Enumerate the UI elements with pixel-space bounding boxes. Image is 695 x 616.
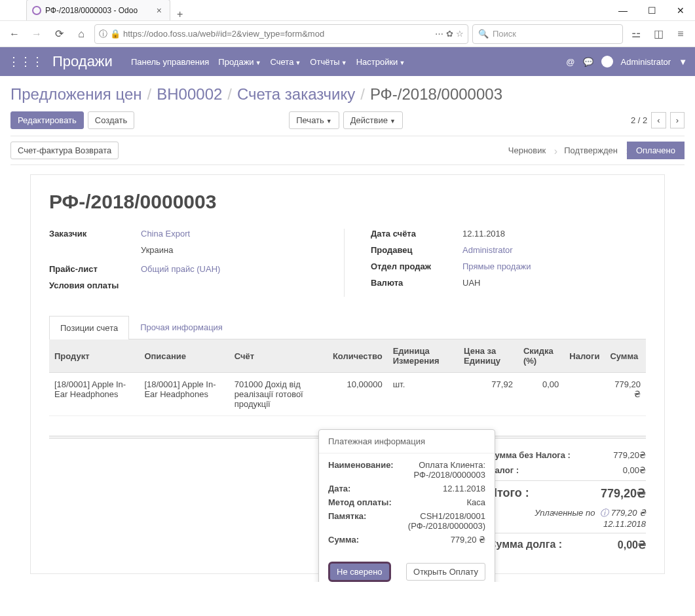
th-product: Продукт: [49, 339, 139, 373]
app-brand[interactable]: Продажи: [52, 53, 113, 70]
totals-box: Сумма без Налога :779,20₴ Налог :0,00₴ И…: [489, 448, 646, 554]
cell-total: 779,20 ₴: [605, 373, 646, 416]
debt-label: Сумма долга :: [489, 539, 562, 551]
status-draft[interactable]: Черновик: [499, 142, 555, 159]
minimize-icon[interactable]: —: [609, 1, 637, 20]
cell-tax: [564, 373, 605, 416]
reader-icon[interactable]: ✿: [446, 29, 453, 39]
totals-section: Платежная информация Наименование:Оплата…: [49, 436, 646, 554]
home-icon[interactable]: ⌂: [72, 25, 90, 43]
pager-next-icon[interactable]: ›: [670, 112, 685, 128]
edit-button[interactable]: Редактировать: [10, 111, 84, 129]
window-controls: — ☐ ✕: [609, 1, 695, 20]
pager-text: 2 / 2: [631, 115, 647, 125]
tab-lines[interactable]: Позиции счета: [49, 316, 129, 339]
th-account: Счёт: [229, 339, 328, 373]
breadcrumb-invoices[interactable]: Счета заказчику: [237, 85, 355, 104]
chat-icon[interactable]: 💬: [583, 57, 593, 67]
paid-date: 12.11.2018: [603, 519, 646, 529]
cell-account: 701000 Дохід від реалізації готової прод…: [229, 373, 328, 416]
cell-product: [18/0001] Apple In-Ear Headphones: [49, 373, 139, 416]
return-invoice-button[interactable]: Счет-фактура Возврата: [10, 142, 119, 159]
form-sheet: РФ-/2018/0000003 ЗаказчикChina Export Ук…: [30, 174, 665, 574]
status-confirmed[interactable]: Подтвержден: [555, 142, 627, 159]
sidebar-icon[interactable]: ◫: [649, 28, 667, 40]
info-icon[interactable]: ⓘ: [99, 28, 107, 40]
th-price: Цена за Единицу: [459, 339, 518, 373]
seller-link[interactable]: Administrator: [462, 245, 513, 255]
odoo-navbar: ⋮⋮⋮ Продажи Панель управления Продажи▼ С…: [0, 47, 695, 76]
tab-other[interactable]: Прочая информация: [129, 315, 234, 339]
customer-link[interactable]: China Export: [141, 229, 190, 239]
paid-label: Уплаченные по: [535, 508, 595, 518]
paid-value: 779,20 ₴: [611, 508, 646, 518]
terms-label: Условия оплаты: [49, 280, 141, 290]
action-button[interactable]: Действие▼: [343, 111, 403, 129]
search-icon: 🔍: [478, 29, 489, 39]
nav-invoices[interactable]: Счета▼: [271, 57, 301, 67]
nav-settings[interactable]: Настройки▼: [356, 57, 405, 67]
search-bar[interactable]: 🔍 Поиск: [472, 24, 623, 44]
forward-icon[interactable]: →: [28, 25, 46, 43]
team-label: Отдел продаж: [371, 261, 462, 271]
th-disc: Скидка (%): [518, 339, 564, 373]
pop-sum: 779,20 ₴: [451, 535, 485, 545]
pop-sum-label: Сумма:: [328, 535, 359, 545]
status-paid[interactable]: Оплачено: [627, 142, 685, 159]
pricelist-link[interactable]: Общий прайс (UAH): [141, 264, 220, 274]
th-total: Сумма: [605, 339, 646, 373]
browser-toolbar: ← → ⟳ ⌂ ⓘ 🔒 https://odoo.foss.ua/web#id=…: [0, 21, 695, 47]
form-right-col: Дата счёта12.11.2018 ПродавецAdministrat…: [371, 229, 646, 297]
pager-prev-icon[interactable]: ‹: [651, 112, 666, 128]
seller-label: Продавец: [371, 245, 462, 255]
pager: 2 / 2 ‹ ›: [631, 112, 685, 128]
nav-dashboard[interactable]: Панель управления: [131, 57, 209, 67]
tab-title: РФ-/2018/0000003 - Odoo: [45, 6, 154, 15]
close-window-icon[interactable]: ✕: [666, 1, 695, 20]
nav-reports[interactable]: Отчёты▼: [310, 57, 347, 67]
unreconcile-button[interactable]: Не сверено: [328, 562, 391, 582]
maximize-icon[interactable]: ☐: [637, 1, 666, 20]
payment-info-icon[interactable]: ⓘ: [600, 507, 609, 519]
nav-sales[interactable]: Продажи▼: [218, 57, 261, 67]
pop-name-label: Наименование:: [328, 460, 394, 480]
back-icon[interactable]: ←: [5, 25, 24, 43]
reload-icon[interactable]: ⟳: [50, 25, 68, 43]
open-payment-button[interactable]: Открыть Оплату: [406, 563, 485, 581]
pop-date: 12.11.2018: [443, 484, 485, 493]
search-placeholder: Поиск: [493, 29, 516, 39]
favicon-icon: [32, 6, 41, 15]
cell-desc: [18/0001] Apple In-Ear Headphones: [139, 373, 229, 416]
bookmark-icon[interactable]: ☆: [456, 29, 464, 39]
cell-disc: 0,00: [518, 373, 564, 416]
create-button[interactable]: Создать: [88, 111, 134, 129]
close-tab-icon[interactable]: ×: [154, 5, 164, 16]
team-link[interactable]: Прямые продажи: [462, 261, 531, 271]
pop-memo-label: Памятка:: [328, 511, 366, 531]
print-button[interactable]: Печать▼: [289, 111, 339, 129]
at-icon[interactable]: @: [566, 57, 574, 67]
user-name[interactable]: Administrator: [621, 57, 671, 67]
invoice-lines-table: Продукт Описание Счёт Количество Единица…: [49, 339, 646, 416]
browser-tab[interactable]: РФ-/2018/0000003 - Odoo ×: [26, 0, 170, 20]
chevron-down-icon[interactable]: ▼: [679, 57, 687, 67]
library-icon[interactable]: ⚍: [627, 28, 645, 40]
table-row[interactable]: [18/0001] Apple In-Ear Headphones [18/00…: [49, 373, 646, 416]
breadcrumb-quotes[interactable]: Предложения цен: [10, 85, 142, 104]
breadcrumb: Предложения цен / BH00002 / Счета заказч…: [10, 76, 685, 109]
pop-memo: CSH1/2018/0001 (РФ-/2018/0000003): [371, 511, 485, 531]
browser-titlebar: РФ-/2018/0000003 - Odoo × + — ☐ ✕: [0, 0, 695, 21]
lock-icon: 🔒: [110, 29, 121, 39]
apps-icon[interactable]: ⋮⋮⋮: [8, 54, 43, 69]
pop-method-label: Метод оплаты:: [328, 497, 392, 507]
menu-icon[interactable]: ≡: [671, 28, 690, 40]
new-tab-icon[interactable]: +: [170, 9, 189, 20]
status-row: Счет-фактура Возврата Черновик Подтвержд…: [10, 136, 685, 165]
url-bar[interactable]: ⓘ 🔒 https://odoo.foss.ua/web#id=2&view_t…: [94, 24, 468, 44]
avatar[interactable]: [601, 56, 613, 67]
cell-uom: шт.: [388, 373, 459, 416]
more-icon[interactable]: ⋯: [435, 29, 443, 39]
tax-value: 0,00₴: [623, 465, 646, 475]
customer-country: Украина: [141, 245, 324, 255]
breadcrumb-order[interactable]: BH00002: [157, 85, 222, 104]
